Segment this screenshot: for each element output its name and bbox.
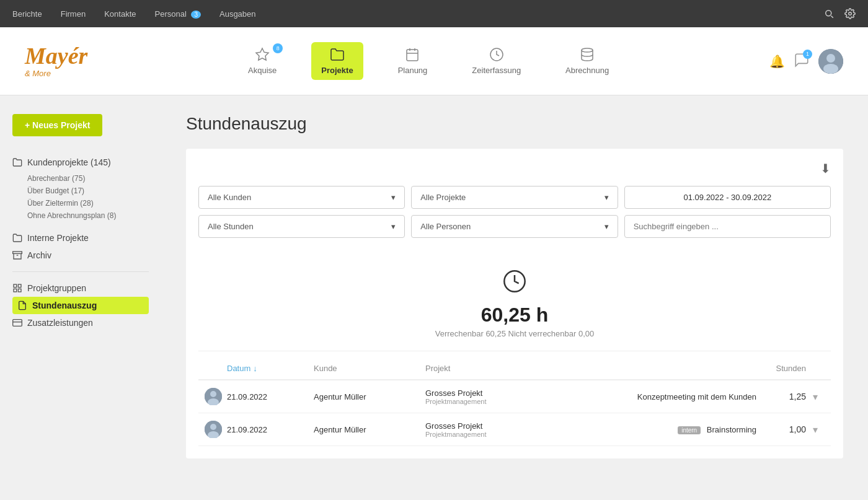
sidebar-sub-ohne-abrechnungsplan[interactable]: Ohne Abrechnungsplan (8) [27,209,149,222]
header-actions: 🔔 1 [769,49,843,74]
sidebar-kundenprojekte: Kundenprojekte (145) Abrechenbar (75) Üb… [12,155,149,222]
search-input[interactable] [624,215,831,238]
top-navigation: Berichte Firmen Kontakte Personal 3 Ausg… [0,0,868,27]
sidebar-interne-projekte[interactable]: Interne Projekte [12,229,149,247]
svg-marker-0 [256,48,268,60]
sidebar-sub-abrechenbar[interactable]: Abrechenbar (75) [27,172,149,185]
chat-badge: 1 [803,50,812,59]
row2-avatar [205,421,222,438]
main-content: Stundenauszug ⬇ Alle Kunden ▾ Alle Proje… [161,95,868,500]
svg-point-9 [823,64,838,74]
filter-personen[interactable]: Alle Personen ▾ [411,215,618,238]
table-header: Datum ↓ Kunde Projekt Stunden [198,364,831,380]
new-project-button[interactable]: + Neues Projekt [12,114,102,136]
nav-zeiterfassung-label: Zeiterfassung [472,66,521,75]
table-row: 21.09.2022 Agentur Müller Grosses Projek… [198,413,831,446]
nav-projekte[interactable]: Projekte [311,42,363,80]
filter-date-range[interactable]: 01.09.2022 - 30.09.2022 [624,186,831,209]
notification-bell[interactable]: 🔔 [769,54,785,69]
chat-button[interactable]: 1 [794,52,810,71]
svg-rect-12 [14,284,17,287]
col-kunde-header: Kunde [314,364,425,373]
main-navigation: 8 Akquise Projekte Planung Zeiterfassung… [125,42,732,80]
svg-rect-14 [18,289,21,292]
row2-project: Grosses Projekt Projektmanagement [425,421,678,438]
row2-task: intern Brainstorming [678,425,756,434]
sidebar-archiv[interactable]: Archiv [12,247,149,264]
chevron-down-icon: ▾ [604,193,609,202]
akquise-badge: 8 [273,43,283,53]
chevron-down-icon: ▾ [604,222,609,231]
nav-planung-label: Planung [398,66,428,75]
nav-kontakte[interactable]: Kontakte [104,9,136,19]
row1-hours: 1,25 [756,392,806,401]
svg-point-20 [210,391,216,397]
nav-personal[interactable]: Personal 3 [154,9,201,19]
row1-customer: Agentur Müller [314,392,425,401]
search-icon[interactable] [823,8,835,19]
logo-sub: & More [25,69,87,78]
chevron-down-icon: ▾ [391,222,396,231]
logo[interactable]: Mayér & More [25,44,87,78]
stats-area: 60,25 h Verrechenbar 60,25 Nicht verrech… [198,250,831,351]
nav-akquise[interactable]: 8 Akquise [238,42,286,80]
sidebar-sub-ueber-zieltermin[interactable]: Über Zieltermin (28) [27,197,149,209]
filter-projekte[interactable]: Alle Projekte ▾ [411,186,618,209]
sidebar-sub-ueber-budget[interactable]: Über Budget (17) [27,185,149,197]
card-top-row: ⬇ [198,161,831,176]
col-stunden-header: Stunden [756,364,806,373]
svg-rect-15 [14,289,17,292]
svg-point-6 [582,48,593,52]
user-avatar[interactable] [818,49,843,74]
sidebar-projektgruppen[interactable]: Projektgruppen [12,279,149,297]
row1-expand-button[interactable]: ▾ [806,391,825,403]
page-title: Stundenauszug [186,114,843,134]
sidebar-kundenprojekte-toggle[interactable]: Kundenprojekte (145) [12,155,149,170]
intern-badge: intern [678,426,701,434]
nav-abrechnung-label: Abrechnung [565,66,609,75]
nav-ausgaben[interactable]: Ausgaben [219,9,256,19]
top-nav-icons [823,8,856,19]
filter-kunden[interactable]: Alle Kunden ▾ [198,186,405,209]
row2-date: 21.09.2022 [227,425,314,434]
svg-rect-16 [13,320,22,327]
nav-projekte-label: Projekte [321,66,353,75]
table-row: 21.09.2022 Agentur Müller Grosses Projek… [198,380,831,413]
col-datum-header[interactable]: Datum ↓ [227,364,314,373]
clock-icon [502,269,527,299]
svg-rect-13 [18,284,21,287]
svg-point-8 [826,54,835,63]
col-projekt-header: Projekt [425,364,756,373]
row1-avatar [205,388,222,405]
sidebar-zusatzleistungen[interactable]: Zusatzleistungen [12,314,149,331]
nav-akquise-label: Akquise [248,66,277,75]
top-nav-links: Berichte Firmen Kontakte Personal 3 Ausg… [12,9,256,19]
row1-project: Grosses Projekt Projektmanagement [425,388,637,405]
total-hours: 60,25 h [481,304,549,327]
header: Mayér & More 8 Akquise Projekte Planung … [0,27,868,95]
logo-text: Mayér [25,44,87,68]
sidebar: + Neues Projekt Kundenprojekte (145) Abr… [0,95,161,500]
filters-row2: Alle Stunden ▾ Alle Personen ▾ [198,215,831,238]
content-card: ⬇ Alle Kunden ▾ Alle Projekte ▾ 01.09.20… [186,149,843,458]
svg-rect-10 [13,252,22,253]
chevron-down-icon: ▾ [391,193,396,202]
filter-stunden[interactable]: Alle Stunden ▾ [198,215,405,238]
nav-firmen[interactable]: Firmen [61,9,86,19]
row2-hours: 1,00 [756,424,806,434]
row2-expand-button[interactable]: ▾ [806,424,825,436]
stats-detail: Verrechenbar 60,25 Nicht verrechenbar 0,… [435,329,595,338]
nav-berichte[interactable]: Berichte [12,9,42,19]
settings-icon[interactable] [844,8,856,19]
sidebar-kundenprojekte-sub: Abrechenbar (75) Über Budget (17) Über Z… [27,172,149,222]
nav-planung[interactable]: Planung [388,42,438,80]
page-layout: + Neues Projekt Kundenprojekte (145) Abr… [0,95,868,500]
nav-zeiterfassung[interactable]: Zeiterfassung [462,42,531,80]
row1-date: 21.09.2022 [227,392,314,401]
row2-customer: Agentur Müller [314,425,425,434]
sidebar-stundenauszug[interactable]: Stundenauszug [12,297,149,314]
personal-badge: 3 [191,11,201,19]
download-button[interactable]: ⬇ [820,161,831,176]
nav-abrechnung[interactable]: Abrechnung [556,42,619,80]
row1-task: Konzeptmeeting mit dem Kunden [637,392,756,401]
